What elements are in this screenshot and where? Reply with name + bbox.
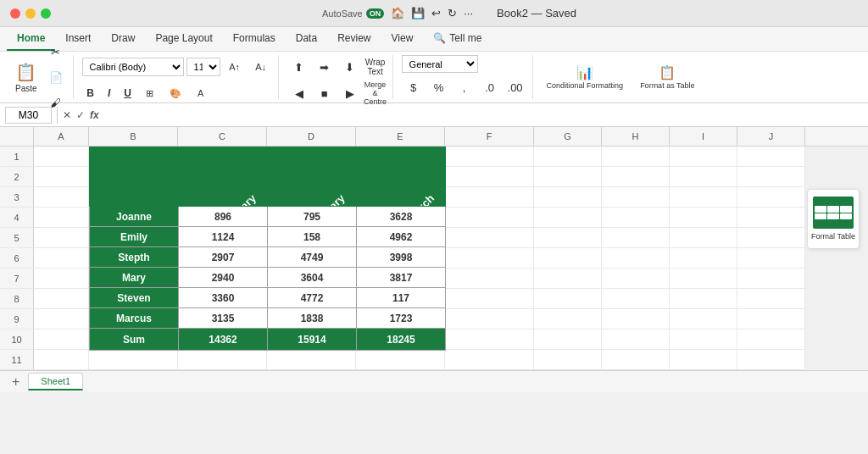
cell-h6[interactable] xyxy=(602,248,670,269)
align-center-button[interactable]: ■ xyxy=(313,81,337,105)
cell-g9[interactable] xyxy=(534,309,602,329)
mar-cell-stepth[interactable]: 3998 xyxy=(357,247,446,268)
name-cell-stepth[interactable]: Stepth xyxy=(90,247,179,268)
redo-icon[interactable]: ↻ xyxy=(448,7,457,19)
format-as-table-button[interactable]: 📋 Format as Table xyxy=(635,63,699,91)
row-header-10[interactable]: 10 xyxy=(0,329,34,350)
decrease-font-button[interactable]: A↓ xyxy=(249,55,273,79)
cell-f5[interactable] xyxy=(445,228,534,248)
cell-j6[interactable] xyxy=(737,248,805,269)
mar-cell-joanne[interactable]: 3628 xyxy=(357,207,446,227)
cell-i10[interactable] xyxy=(670,329,737,350)
comma-button[interactable]: , xyxy=(453,75,476,99)
cell-h8[interactable] xyxy=(602,289,670,309)
conditional-formatting-button[interactable]: 📊 Conditional Formatting xyxy=(542,63,629,91)
row-header-2[interactable]: 2 xyxy=(0,167,34,187)
cell-f11[interactable] xyxy=(445,350,534,370)
cell-i8[interactable] xyxy=(670,289,737,309)
decrease-decimal-button[interactable]: .00 xyxy=(504,75,527,99)
cell-g4[interactable] xyxy=(534,208,602,228)
feb-cell-steven[interactable]: 4772 xyxy=(268,288,357,308)
name-cell-marcus[interactable]: Marcus xyxy=(90,308,179,329)
row-header-11[interactable]: 11 xyxy=(0,350,34,370)
cell-j1[interactable] xyxy=(737,147,805,167)
cell-a11[interactable] xyxy=(34,350,89,370)
cell-f7[interactable] xyxy=(445,269,534,289)
cell-c11[interactable] xyxy=(178,350,267,370)
cell-g5[interactable] xyxy=(534,228,602,248)
cell-h3[interactable] xyxy=(602,187,670,208)
cell-a4[interactable] xyxy=(34,208,89,228)
row-header-3[interactable]: 3 xyxy=(0,187,34,208)
more-icon[interactable]: ··· xyxy=(464,7,473,19)
undo-icon[interactable]: ↩ xyxy=(431,7,441,19)
feb-cell-mary[interactable]: 3604 xyxy=(268,268,357,288)
align-left-button[interactable]: ◀ xyxy=(287,81,311,105)
copy-button[interactable]: 📄 xyxy=(44,65,68,89)
cell-h2[interactable] xyxy=(602,167,670,187)
cell-a8[interactable] xyxy=(34,289,89,309)
cell-i2[interactable] xyxy=(670,167,737,187)
cell-i5[interactable] xyxy=(670,228,737,248)
tab-view[interactable]: View xyxy=(381,27,424,51)
cell-f8[interactable] xyxy=(445,289,534,309)
merge-centre-button[interactable]: Merge & Centre xyxy=(364,81,387,105)
cell-a5[interactable] xyxy=(34,228,89,248)
cell-g11[interactable] xyxy=(534,350,602,370)
col-header-i[interactable]: I xyxy=(670,127,737,146)
formal-table-panel[interactable]: Formal Table xyxy=(807,189,860,249)
jan-cell-marcus[interactable]: 3135 xyxy=(179,308,268,329)
cell-h9[interactable] xyxy=(602,309,670,329)
col-header-f[interactable]: F xyxy=(445,127,534,146)
col-header-j[interactable]: J xyxy=(737,127,805,146)
row-header-7[interactable]: 7 xyxy=(0,269,34,289)
feb-cell-stepth[interactable]: 4749 xyxy=(268,247,357,268)
feb-cell-joanne[interactable]: 795 xyxy=(268,207,357,227)
maximize-button[interactable] xyxy=(41,8,51,19)
feb-cell-emily[interactable]: 158 xyxy=(268,227,357,247)
cell-h7[interactable] xyxy=(602,269,670,289)
align-bottom-button[interactable]: ⬇ xyxy=(338,55,362,79)
tab-formulas[interactable]: Formulas xyxy=(223,27,286,51)
cell-h1[interactable] xyxy=(602,147,670,167)
cell-j5[interactable] xyxy=(737,228,805,248)
row-header-4[interactable]: 4 xyxy=(0,208,34,228)
increase-decimal-button[interactable]: .0 xyxy=(478,75,502,99)
jan-cell-joanne[interactable]: 896 xyxy=(179,207,268,227)
cell-g7[interactable] xyxy=(534,269,602,289)
col-header-g[interactable]: G xyxy=(534,127,602,146)
borders-button[interactable]: ⊞ xyxy=(138,81,162,105)
number-format-select[interactable]: General xyxy=(402,55,478,73)
cell-j11[interactable] xyxy=(737,350,805,370)
cell-g10[interactable] xyxy=(534,329,602,350)
cell-g6[interactable] xyxy=(534,248,602,269)
cell-i4[interactable] xyxy=(670,208,737,228)
increase-font-button[interactable]: A↑ xyxy=(223,55,247,79)
cell-a3[interactable] xyxy=(34,187,89,208)
currency-button[interactable]: $ xyxy=(402,75,426,99)
add-sheet-button[interactable]: + xyxy=(7,374,25,390)
wrap-text-button[interactable]: Wrap Text xyxy=(364,55,387,79)
name-cell-joanne[interactable]: Joanne xyxy=(90,207,179,227)
cell-i1[interactable] xyxy=(670,147,737,167)
cell-j10[interactable] xyxy=(737,329,805,350)
cell-g3[interactable] xyxy=(534,187,602,208)
cell-j7[interactable] xyxy=(737,269,805,289)
minimize-button[interactable] xyxy=(25,8,36,19)
tell-me[interactable]: 🔍 Tell me xyxy=(423,27,492,51)
cell-a6[interactable] xyxy=(34,248,89,269)
row-header-6[interactable]: 6 xyxy=(0,248,34,269)
confirm-formula-icon[interactable]: ✓ xyxy=(76,109,85,121)
tab-review[interactable]: Review xyxy=(327,27,381,51)
cut-button[interactable]: ✂ xyxy=(44,40,68,64)
col-header-c[interactable]: C xyxy=(178,127,267,146)
jan-cell-emily[interactable]: 1124 xyxy=(179,227,268,247)
col-header-d[interactable]: D xyxy=(267,127,356,146)
mar-cell-mary[interactable]: 3817 xyxy=(357,268,446,288)
tab-draw[interactable]: Draw xyxy=(101,27,145,51)
cell-i7[interactable] xyxy=(670,269,737,289)
mar-cell-marcus[interactable]: 1723 xyxy=(357,308,446,329)
sheet-tab-sheet1[interactable]: Sheet1 xyxy=(28,373,83,390)
row-header-1[interactable]: 1 xyxy=(0,147,34,167)
cell-d11[interactable] xyxy=(267,350,356,370)
